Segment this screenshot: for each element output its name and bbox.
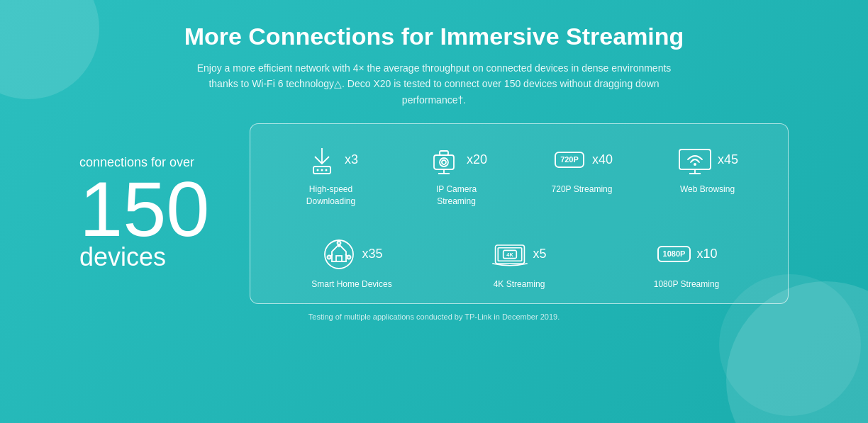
1080p-icon: 1080P xyxy=(655,236,692,273)
label-4k: 4K Streaming xyxy=(494,278,545,291)
label-downloading: High-speedDownloading xyxy=(306,184,355,208)
label-web-browsing: Web Browsing xyxy=(680,184,735,196)
label-720p: 720P Streaming xyxy=(552,184,613,196)
wifi-screen-icon xyxy=(677,141,713,178)
page-title: More Connections for Immersive Streaming xyxy=(184,23,684,50)
background: More Connections for Immersive Streaming… xyxy=(0,0,868,423)
svg-rect-5 xyxy=(434,155,454,169)
icon-count-720p: 720P x40 xyxy=(551,141,613,178)
svg-rect-17 xyxy=(336,256,342,261)
svg-point-18 xyxy=(338,241,341,244)
svg-point-7 xyxy=(442,160,446,164)
svg-point-14 xyxy=(694,163,696,166)
count-smart-home: x35 xyxy=(362,247,382,261)
icon-count-smart-home: x35 xyxy=(321,236,382,273)
stat-block: connections for over 150 devices xyxy=(79,155,221,272)
label-camera: IP CameraStreaming xyxy=(436,184,477,208)
count-web: x45 xyxy=(718,152,738,167)
1080p-badge: 1080P xyxy=(657,246,691,262)
count-720p: x40 xyxy=(592,152,613,167)
720p-icon: 720P xyxy=(551,141,588,178)
svg-rect-8 xyxy=(440,151,448,155)
item-downloading: x3 High-speedDownloading xyxy=(272,141,390,208)
camera-icon xyxy=(425,141,462,178)
row1-grid: x3 High-speedDownloading xyxy=(272,141,767,222)
item-camera: x20 IP CameraStreaming xyxy=(397,141,516,208)
download-icon xyxy=(304,141,340,178)
icon-count-4k: 4K x5 xyxy=(491,236,546,273)
item-4k: 4K x5 4K Streaming xyxy=(439,236,599,291)
count-camera: x20 xyxy=(467,152,487,167)
stat-number: 150 xyxy=(79,170,221,248)
item-1080p: 1080P x10 1080P Streaming xyxy=(606,236,767,291)
svg-text:4K: 4K xyxy=(507,252,514,258)
connections-card: x3 High-speedDownloading xyxy=(250,123,789,303)
svg-point-4 xyxy=(325,169,327,171)
720p-badge: 720P xyxy=(555,152,584,168)
svg-point-3 xyxy=(321,169,323,171)
icon-count-downloading: x3 xyxy=(304,141,358,178)
footer-note: Testing of multiple applications conduct… xyxy=(308,312,560,321)
label-1080p: 1080P Streaming xyxy=(654,278,720,291)
item-720p: 720P x40 720P Streaming xyxy=(523,141,641,208)
svg-point-2 xyxy=(316,169,318,171)
row2-grid: x35 Smart Home Devices xyxy=(272,236,767,291)
item-web-browsing: x45 Web Browsing xyxy=(648,141,767,208)
item-smart-home: x35 Smart Home Devices xyxy=(272,236,432,291)
main-section: connections for over 150 devices xyxy=(79,123,789,303)
svg-point-6 xyxy=(440,158,448,167)
count-downloading: x3 xyxy=(345,152,358,167)
4k-icon: 4K xyxy=(491,236,528,273)
icon-count-web: x45 xyxy=(677,141,738,178)
smart-home-icon xyxy=(321,236,357,273)
count-4k: x5 xyxy=(533,247,546,261)
count-1080p: x10 xyxy=(696,247,717,261)
main-content: More Connections for Immersive Streaming… xyxy=(0,0,868,328)
page-subtitle: Enjoy a more efficient network with 4× t… xyxy=(186,60,682,108)
icon-count-1080p: 1080P x10 xyxy=(655,236,717,273)
label-smart-home: Smart Home Devices xyxy=(311,278,391,291)
icon-count-camera: x20 xyxy=(425,141,487,178)
